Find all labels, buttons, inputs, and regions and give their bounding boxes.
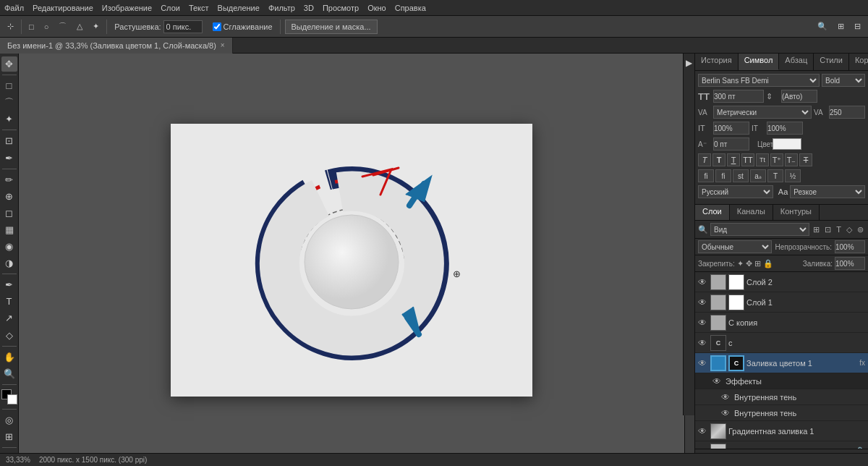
menu-layers[interactable]: Слои: [161, 4, 180, 12]
move-tool[interactable]: ✥: [1, 56, 17, 72]
tab-abzac[interactable]: Абзац: [779, 54, 814, 70]
tab-symbol[interactable]: Символ: [739, 54, 780, 70]
half-button[interactable]: ½: [785, 169, 801, 182]
tab-channels[interactable]: Каналы: [730, 205, 773, 220]
layer-visibility-c[interactable]: 👁: [698, 338, 708, 348]
tab-close-button[interactable]: ×: [221, 41, 225, 49]
quick-mask-tool[interactable]: ◎: [1, 412, 17, 428]
crop-tool[interactable]: ⊡: [1, 133, 17, 148]
tab-paths[interactable]: Контуры: [773, 205, 820, 220]
magic-wand-tool[interactable]: ✦: [1, 111, 17, 127]
blend-mode-select[interactable]: Обычные: [698, 240, 772, 253]
menu-window[interactable]: Окно: [367, 4, 386, 12]
vscale-input[interactable]: [713, 122, 749, 135]
st-ligature[interactable]: st: [733, 169, 749, 182]
allcaps-button[interactable]: TT: [741, 153, 754, 166]
baseline-input[interactable]: [713, 137, 749, 151]
pen-tool[interactable]: ✒: [1, 277, 17, 292]
smallcaps-button[interactable]: Tt: [756, 153, 769, 166]
font-style-select[interactable]: Bold: [822, 74, 865, 87]
sub-button[interactable]: T₋: [785, 153, 798, 166]
filter-text-icon[interactable]: T: [835, 224, 843, 234]
zoom-tool[interactable]: 🔍: [1, 366, 17, 381]
fg-bg-colors[interactable]: [1, 389, 17, 404]
path-select-tool[interactable]: ↗: [1, 310, 17, 326]
layer-sloy2[interactable]: 👁 Слой 2: [695, 272, 868, 292]
lock-all-icon[interactable]: 🔒: [763, 259, 773, 268]
font-size-input[interactable]: [713, 90, 764, 103]
effect-eye-2[interactable]: 👁: [721, 408, 731, 418]
feather-input[interactable]: [163, 20, 203, 33]
color-swatch[interactable]: [773, 138, 801, 150]
hand-tool[interactable]: ✋: [1, 350, 17, 365]
canvas-area[interactable]: ⊕: [19, 54, 684, 466]
layer-sloy1[interactable]: 👁 Слой 1: [695, 292, 868, 313]
lock-position-icon[interactable]: ✥: [746, 259, 752, 268]
tab-korrektsia[interactable]: Коррекция: [849, 54, 868, 70]
leading-input[interactable]: [781, 90, 817, 103]
layer-fx-icon[interactable]: fx: [859, 359, 865, 367]
menu-edit[interactable]: Редактирование: [33, 4, 93, 12]
tracking-input[interactable]: [829, 106, 865, 119]
menu-3d[interactable]: 3D: [304, 4, 314, 12]
select-mask-button[interactable]: Выделение и маска...: [285, 20, 378, 34]
filter-smart-icon[interactable]: ⊚: [856, 224, 865, 235]
menu-select[interactable]: Выделение: [218, 4, 260, 12]
layer-filter-select[interactable]: Вид: [710, 223, 809, 236]
screen-mode-tool[interactable]: ⊞: [1, 429, 17, 444]
filter-adjust-icon[interactable]: ⊡: [823, 224, 833, 235]
effect-inner-shadow-1[interactable]: 👁 Внутренняя тень: [695, 389, 868, 405]
dodge-tool[interactable]: ◑: [1, 255, 17, 271]
menu-text[interactable]: Текст: [189, 4, 209, 12]
lasso-tool[interactable]: ⌒: [1, 95, 17, 110]
document-tab[interactable]: Без имени-1 @ 33,3% (Заливка цветом 1, С…: [0, 38, 233, 54]
effects-eye[interactable]: 👁: [712, 376, 723, 386]
fi-ligature[interactable]: fi: [698, 169, 714, 182]
layer-visibility-gradient[interactable]: 👁: [698, 426, 708, 436]
brush-tool[interactable]: ✏: [1, 172, 17, 187]
blur-tool[interactable]: ◉: [1, 239, 17, 254]
render-select[interactable]: Резкое: [790, 185, 865, 198]
rect-select-tool[interactable]: □: [1, 78, 17, 93]
hscale-input[interactable]: [767, 122, 803, 135]
eyedropper-tool[interactable]: ✒: [1, 150, 17, 165]
layer-visibility-skopiia[interactable]: 👁: [698, 318, 708, 328]
tracking-type-select[interactable]: Метрически: [713, 106, 812, 119]
layer-visibility-sloy2[interactable]: 👁: [698, 277, 708, 287]
eraser-tool[interactable]: ◻: [1, 206, 17, 221]
effect-inner-shadow-2[interactable]: 👁 Внутренняя тень: [695, 405, 868, 421]
layer-visibility-fill1[interactable]: 👁: [698, 358, 708, 368]
menu-file[interactable]: Файл: [4, 4, 24, 12]
shape-tool[interactable]: ◇: [1, 327, 17, 342]
tab-layers[interactable]: Слои: [695, 205, 730, 220]
lock-artboard-icon[interactable]: ⊞: [754, 259, 761, 268]
menu-image[interactable]: Изображение: [102, 4, 152, 12]
play-button[interactable]: ▶: [686, 58, 692, 68]
ordinal-a[interactable]: aₐ: [750, 169, 766, 182]
menu-help[interactable]: Справка: [395, 4, 426, 12]
layer-c-text[interactable]: 👁 C с: [695, 333, 868, 353]
text-tool[interactable]: T: [1, 294, 17, 309]
lock-pixels-icon[interactable]: ✦: [737, 259, 744, 268]
font-family-select[interactable]: Berlin Sans FB Demi: [698, 74, 820, 87]
filter-shape-icon[interactable]: ◇: [845, 224, 854, 235]
tab-historia[interactable]: История: [695, 54, 739, 70]
filter-pixel-icon[interactable]: ⊞: [812, 224, 821, 235]
underline-button[interactable]: T: [727, 153, 740, 166]
language-select[interactable]: Русский: [698, 185, 773, 198]
layer-fill1[interactable]: 👁 C Заливка цветом 1 fx: [695, 353, 868, 373]
menu-filter[interactable]: Фильтр: [268, 4, 295, 12]
antialias-checkbox[interactable]: [213, 22, 221, 31]
layer-skopiia[interactable]: 👁 С копия: [695, 313, 868, 333]
fill-input[interactable]: [835, 257, 865, 270]
fl-ligature[interactable]: fi: [715, 169, 731, 182]
search-icon[interactable]: 🔍: [814, 20, 830, 33]
opacity-input[interactable]: [835, 240, 865, 253]
effect-eye-1[interactable]: 👁: [721, 392, 731, 402]
italic-button[interactable]: T: [698, 153, 711, 166]
zoom-icon[interactable]: ⊟: [851, 20, 864, 33]
frac-button[interactable]: T: [767, 169, 783, 182]
bold-button[interactable]: T: [712, 153, 726, 166]
arrange-icon[interactable]: ⊞: [835, 20, 847, 33]
menu-view[interactable]: Просмотр: [323, 4, 359, 12]
